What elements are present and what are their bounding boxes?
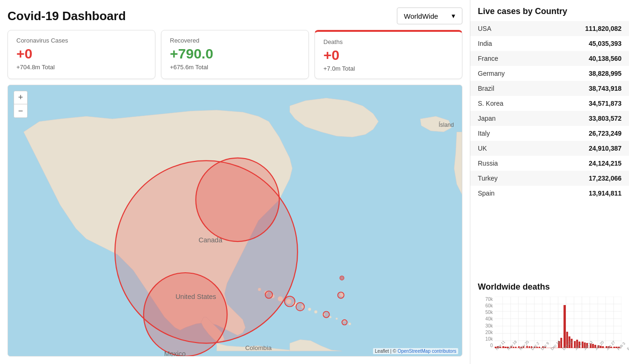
- country-row[interactable]: Turkey 17,232,066: [470, 171, 629, 186]
- recovered-label: Recovered: [170, 37, 300, 44]
- svg-point-20: [296, 303, 304, 311]
- country-row[interactable]: India 45,035,393: [470, 36, 629, 51]
- svg-point-6: [329, 316, 331, 318]
- chart-y-label: 40k: [478, 316, 493, 321]
- country-name: Brazil: [478, 85, 494, 92]
- svg-text:Ísland: Ísland: [439, 121, 454, 128]
- svg-text:Canada: Canada: [198, 236, 223, 244]
- svg-point-21: [323, 312, 329, 318]
- svg-point-18: [144, 273, 227, 356]
- page-title: Covid-19 Dashboard: [7, 9, 126, 23]
- recovered-total: +675.6m Total: [170, 64, 300, 71]
- country-row[interactable]: Japan 33,803,572: [470, 111, 629, 126]
- svg-point-17: [196, 158, 279, 241]
- chart-y-label: 60k: [478, 303, 493, 308]
- zoom-controls: + −: [14, 91, 28, 118]
- country-name: Spain: [478, 189, 495, 197]
- country-cases: 34,571,873: [589, 100, 622, 107]
- country-cases: 38,743,918: [589, 85, 622, 92]
- map-svg: Canada United States Mexico Colombia Ísl…: [8, 85, 462, 356]
- svg-point-4: [314, 310, 317, 313]
- chart-y-label: 70k: [478, 297, 493, 302]
- cases-value: +0: [16, 46, 146, 62]
- right-panel: Live cases by Country USA 111,820,082 In…: [470, 0, 629, 364]
- recovered-value: +790.0: [170, 46, 300, 62]
- deaths-value: +0: [323, 47, 453, 63]
- country-name: India: [478, 40, 492, 47]
- cases-total: +704.8m Total: [16, 64, 146, 71]
- deaths-card: Deaths +0 +7.0m Total: [314, 30, 462, 79]
- chart-y-label: 10k: [478, 336, 493, 342]
- header: Covid-19 Dashboard WorldWide ▾: [7, 7, 462, 24]
- country-name: Turkey: [478, 175, 497, 182]
- osm-attribution-link[interactable]: OpenStreetMap contributors: [397, 349, 456, 354]
- chart-y-label: 20k: [478, 330, 493, 335]
- country-row[interactable]: France 40,138,560: [470, 51, 629, 66]
- country-row[interactable]: Russia 24,124,215: [470, 156, 629, 171]
- country-row[interactable]: Italy 26,723,249: [470, 126, 629, 141]
- cases-card: Coronavirus Cases +0 +704.8m Total: [7, 30, 155, 79]
- zoom-out-button[interactable]: −: [14, 104, 27, 117]
- deaths-section: Worldwide deaths 70k60k50k40k30k20k10k0: [470, 276, 629, 357]
- country-name: Russia: [478, 160, 498, 167]
- country-name: UK: [478, 145, 487, 152]
- country-row[interactable]: USA 111,820,082: [470, 21, 629, 36]
- country-name: S. Korea: [478, 100, 503, 107]
- svg-point-3: [308, 308, 311, 311]
- chevron-down-icon: ▾: [452, 12, 455, 20]
- deaths-chart: 70k60k50k40k30k20k10k0: [478, 297, 622, 357]
- chart-y-labels: 70k60k50k40k30k20k10k0: [478, 297, 493, 348]
- chart-x-label: Feb 10: [626, 340, 629, 355]
- region-dropdown[interactable]: WorldWide ▾: [397, 7, 462, 24]
- deaths-label: Deaths: [323, 38, 453, 45]
- svg-point-23: [265, 291, 273, 298]
- map-attribution: Leaflet | © OpenStreetMap contributors: [373, 348, 458, 354]
- deaths-chart-title: Worldwide deaths: [478, 282, 622, 292]
- country-row[interactable]: S. Korea 34,571,873: [470, 96, 629, 111]
- country-row[interactable]: Germany 38,828,995: [470, 66, 629, 81]
- country-cases: 26,723,249: [589, 130, 622, 137]
- country-row[interactable]: UK 24,910,387: [470, 141, 629, 156]
- chart-y-label: 30k: [478, 323, 493, 328]
- country-cases: 40,138,560: [589, 55, 622, 62]
- country-cases: 45,035,393: [589, 40, 622, 47]
- recovered-card: Recovered +790.0 +675.6m Total: [161, 30, 309, 79]
- svg-point-19: [285, 296, 295, 306]
- country-name: Italy: [478, 130, 490, 137]
- svg-point-25: [340, 276, 344, 280]
- leaflet-attribution: Leaflet: [375, 349, 389, 354]
- country-name: Japan: [478, 115, 496, 122]
- country-name: France: [478, 55, 498, 62]
- svg-point-7: [336, 318, 337, 320]
- svg-point-22: [342, 320, 347, 325]
- svg-point-9: [349, 322, 351, 325]
- country-cases: 24,124,215: [589, 160, 622, 167]
- country-row[interactable]: Brazil 38,743,918: [470, 81, 629, 96]
- country-cases: 33,803,572: [589, 115, 622, 122]
- country-cases: 13,914,811: [589, 189, 622, 197]
- chart-y-label: 50k: [478, 310, 493, 315]
- country-name: USA: [478, 25, 491, 32]
- country-cases: 17,232,066: [589, 175, 622, 182]
- svg-rect-75: [563, 305, 566, 348]
- country-cases: 111,820,082: [585, 25, 622, 32]
- chart-y-label: 0: [478, 343, 493, 348]
- country-name: Germany: [478, 70, 505, 77]
- country-cases: 38,828,995: [589, 70, 622, 77]
- country-row[interactable]: Spain 13,914,811: [470, 186, 629, 201]
- map-container: + −: [7, 85, 462, 357]
- country-cases: 24,910,387: [589, 145, 622, 152]
- dropdown-label: WorldWide: [404, 12, 438, 20]
- svg-text:Colombia: Colombia: [245, 344, 272, 351]
- zoom-in-button[interactable]: +: [14, 91, 27, 104]
- chart-x-labels: Nov 11Nov 18Nov 25Dec 2Dec 9Dec 16Dec 23…: [495, 348, 622, 357]
- cases-label: Coronavirus Cases: [16, 37, 146, 44]
- deaths-total: +7.0m Total: [323, 65, 453, 72]
- svg-text:Mexico: Mexico: [164, 350, 186, 356]
- svg-text:United States: United States: [176, 293, 216, 300]
- stat-cards: Coronavirus Cases +0 +704.8m Total Recov…: [7, 30, 462, 79]
- svg-point-24: [338, 292, 344, 298]
- country-list: USA 111,820,082 India 45,035,393 France …: [470, 21, 629, 276]
- live-cases-title: Live cases by Country: [470, 7, 629, 21]
